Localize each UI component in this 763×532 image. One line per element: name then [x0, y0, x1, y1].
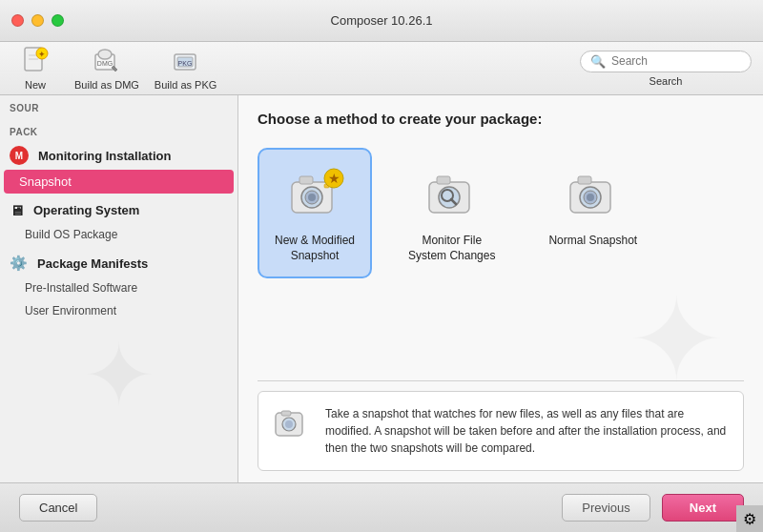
window-title: Composer 10.26.1	[331, 13, 433, 28]
userenv-label: User Environment	[25, 304, 116, 317]
svg-text:PKG: PKG	[177, 60, 192, 67]
sidebar-item-buildos[interactable]: Build OS Package	[0, 223, 237, 246]
svg-rect-20	[437, 176, 450, 184]
new-icon: ✦	[20, 46, 51, 76]
titlebar: Composer 10.26.1	[0, 0, 763, 42]
snapshot-label: Snapshot	[19, 174, 72, 189]
search-area: 🔍 Search	[580, 51, 752, 87]
monitoring-icon: M	[10, 146, 29, 165]
option-new-modified[interactable]: ★ New & ModifiedSnapshot	[258, 148, 372, 278]
new-modified-icon: ★	[284, 163, 345, 224]
options-area: ★ New & ModifiedSnapshot	[238, 138, 763, 482]
sidebar-watermark: ✦	[83, 325, 155, 425]
os-icon: 🖥	[10, 202, 24, 218]
build-dmg-button[interactable]: DMG Build as DMG	[74, 46, 139, 91]
main-area: SOUR PACK M Monitoring Installation Snap…	[0, 95, 763, 482]
sidebar: SOUR PACK M Monitoring Installation Snap…	[0, 95, 238, 482]
content-spacer	[258, 297, 744, 380]
build-dmg-label: Build as DMG	[74, 79, 139, 91]
sidebar-item-manifests[interactable]: ⚙️ Package Manifests	[0, 250, 237, 276]
description-icon	[274, 405, 312, 443]
svg-point-6	[98, 50, 112, 59]
sidebar-pack-header: PACK	[0, 119, 237, 141]
previous-button[interactable]: Previous	[562, 494, 650, 522]
description-box: Take a snapshot that watches for new fil…	[258, 391, 744, 471]
sidebar-item-monitoring[interactable]: M Monitoring Installation	[0, 141, 237, 170]
normal-snapshot-icon	[563, 163, 624, 224]
svg-rect-12	[299, 176, 313, 184]
close-button[interactable]	[11, 14, 24, 27]
build-pkg-button[interactable]: PKG Build as PKG	[155, 46, 217, 91]
svg-text:★: ★	[328, 171, 340, 186]
search-icon: 🔍	[590, 54, 606, 69]
footer-left: Cancel	[19, 494, 97, 522]
maximize-button[interactable]	[52, 14, 64, 27]
cancel-button[interactable]: Cancel	[19, 494, 97, 522]
search-box[interactable]: 🔍	[580, 51, 752, 72]
svg-text:✦: ✦	[38, 50, 46, 59]
svg-point-32	[285, 420, 293, 428]
normal-snapshot-label: Normal Snapshot	[548, 234, 637, 249]
description-text: Take a snapshot that watches for new fil…	[325, 405, 728, 457]
monitor-fs-icon	[422, 163, 483, 224]
build-pkg-label: Build as PKG	[155, 79, 217, 91]
svg-rect-30	[281, 411, 291, 416]
minimize-button[interactable]	[31, 14, 44, 27]
manifests-icon: ⚙️	[10, 255, 28, 272]
option-monitor-fs[interactable]: Monitor FileSystem Changes	[391, 148, 512, 278]
options-grid: ★ New & ModifiedSnapshot	[258, 138, 744, 297]
operating-label: Operating System	[33, 203, 139, 217]
new-label: New	[25, 79, 46, 91]
content-area: Choose a method to create your package:	[238, 95, 763, 482]
svg-text:DMG: DMG	[97, 60, 113, 67]
build-dmg-icon: DMG	[92, 46, 122, 76]
option-normal-snapshot[interactable]: Normal Snapshot	[531, 148, 654, 264]
monitoring-label: Monitoring Installation	[38, 149, 171, 163]
svg-rect-25	[578, 176, 591, 184]
search-input[interactable]	[611, 54, 741, 68]
description-divider	[258, 380, 744, 381]
footer-right: Previous Next	[562, 494, 744, 522]
svg-point-15	[308, 194, 316, 201]
content-header: Choose a method to create your package:	[238, 95, 763, 138]
new-modified-label: New & ModifiedSnapshot	[275, 234, 355, 263]
next-button[interactable]: Next	[662, 494, 744, 522]
buildos-label: Build OS Package	[25, 228, 117, 241]
sidebar-item-preinstalled[interactable]: Pre-Installed Software	[0, 276, 237, 299]
toolbar: ✦ New DMG Build as DMG PKG Build as PKG	[0, 42, 763, 95]
footer: Cancel Previous Next	[0, 482, 763, 532]
sidebar-source-header: SOUR	[0, 95, 237, 117]
sidebar-item-userenv[interactable]: User Environment	[0, 299, 237, 322]
preinstalled-label: Pre-Installed Software	[25, 281, 137, 295]
manifests-label: Package Manifests	[37, 256, 148, 271]
search-label: Search	[650, 75, 683, 87]
build-pkg-icon: PKG	[171, 46, 201, 76]
sidebar-item-snapshot[interactable]: Snapshot	[4, 170, 234, 194]
new-button[interactable]: ✦ New	[11, 46, 59, 91]
svg-point-28	[587, 194, 594, 201]
window-controls	[11, 14, 64, 27]
monitor-fs-label: Monitor FileSystem Changes	[408, 234, 495, 263]
sidebar-item-operating[interactable]: 🖥 Operating System	[0, 197, 237, 223]
